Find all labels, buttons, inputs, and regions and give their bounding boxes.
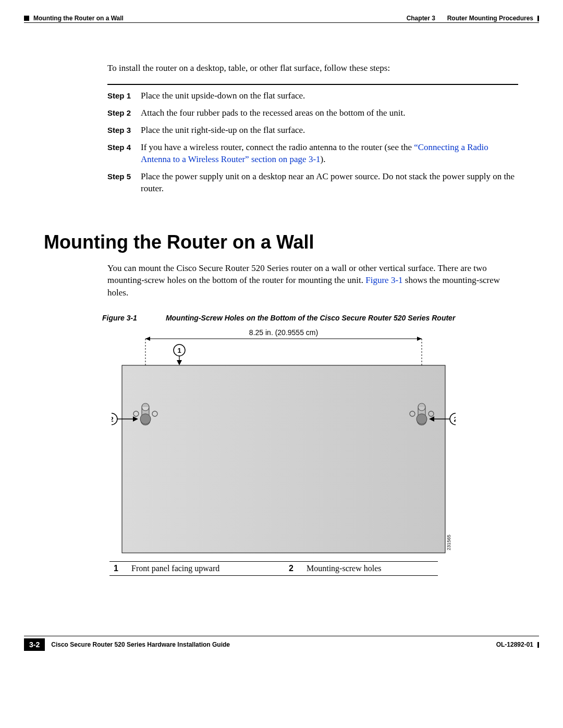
steps-list: Step 1 Place the unit upside-down on the… [107,90,518,195]
guide-title: Cisco Secure Router 520 Series Hardware … [51,641,230,648]
svg-text:2: 2 [112,415,114,423]
step-label: Step 3 [107,125,141,137]
page-footer: 3-2 Cisco Secure Router 520 Series Hardw… [24,638,539,651]
svg-point-11 [417,414,427,424]
legend-num: 1 [109,561,127,575]
legend-text: Mounting-screw holes [302,561,438,575]
doc-id: OL-12892-01 [496,641,533,648]
step-text: Place the power supply unit on a desktop… [141,171,518,195]
svg-point-8 [140,414,151,424]
step-label: Step 2 [107,107,141,119]
legend-num: 2 [285,561,302,575]
figure: 8.25 in. (20.9555 cm) [112,326,518,558]
page-header: Mounting the Router on a Wall Chapter 3 … [24,15,539,23]
figure-caption: Figure 3-1 Mounting-Screw Holes on the B… [102,314,518,322]
figure-title: Mounting-Screw Holes on the Bottom of th… [166,314,455,322]
chapter-label: Chapter 3 [407,15,435,22]
drawing-id: 231565 [446,535,451,550]
svg-text:1: 1 [177,347,181,354]
body-paragraph: You can mount the Cisco Secure Router 52… [107,262,518,299]
section-heading: Mounting the Router on a Wall [44,231,518,253]
figure-ref-link[interactable]: Figure 3-1 [365,275,402,285]
header-section: Mounting the Router on a Wall [33,15,124,22]
svg-text:2: 2 [454,415,456,423]
step-text: Attach the four rubber pads to the reces… [141,107,518,119]
svg-rect-5 [122,365,445,553]
step-label: Step 5 [107,171,141,195]
intro-text: To install the router on a desktop, tabl… [107,63,518,73]
legend-text: Front panel facing upward [127,561,285,575]
legend-table: 1 Front panel facing upward 2 Mounting-s… [109,561,438,576]
figure-label: Figure 3-1 [102,314,137,322]
chapter-title: Router Mounting Procedures [447,15,533,22]
step-text: Place the unit upside-down on the flat s… [141,90,518,102]
svg-marker-1 [145,337,150,341]
svg-marker-2 [417,337,422,341]
svg-marker-13 [177,360,182,365]
bar-icon [537,16,539,21]
step-label: Step 1 [107,90,141,102]
step-text: If you have a wireless router, connect t… [141,142,518,166]
step-text: Place the unit right-side-up on the flat… [141,125,518,137]
dimension-text: 8.25 in. (20.9555 cm) [249,328,318,337]
bar-icon [537,642,539,648]
page-number: 3-2 [24,638,45,651]
step-label: Step 4 [107,142,141,166]
square-bullet-icon [24,16,29,21]
